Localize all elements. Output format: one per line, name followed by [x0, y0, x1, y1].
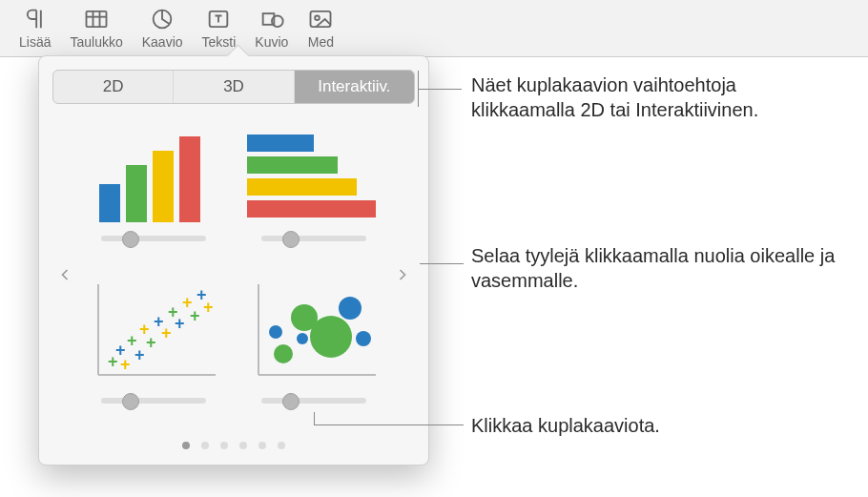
chart-style-grid: ++ ++ ++ ++ ++ ++ ++ +	[52, 117, 415, 432]
segment-interactive[interactable]: Interaktiiv.	[295, 71, 414, 103]
segment-3d[interactable]: 3D	[174, 71, 294, 103]
svg-rect-13	[179, 136, 200, 222]
svg-point-41	[310, 316, 352, 358]
svg-text:+: +	[161, 323, 172, 342]
page-dot[interactable]	[201, 442, 209, 449]
page-dots[interactable]	[52, 442, 415, 449]
style-slider[interactable]	[101, 236, 206, 241]
scatter-chart-icon: ++ ++ ++ ++ ++ ++ ++ +	[87, 280, 220, 384]
table-icon	[83, 6, 110, 32]
media-icon	[307, 6, 334, 32]
next-arrow[interactable]	[392, 256, 413, 294]
svg-text:+: +	[175, 314, 185, 333]
style-slider[interactable]	[261, 398, 366, 404]
page-dot[interactable]	[258, 442, 266, 449]
toolbar-table[interactable]: Taulukko	[60, 4, 132, 54]
toolbar-shape[interactable]: Kuvio	[245, 4, 298, 54]
toolbar-insert-label: Lisää	[19, 34, 51, 50]
toolbar-shape-label: Kuvio	[255, 34, 288, 50]
page-dot[interactable]	[220, 442, 228, 449]
shape-icon	[258, 6, 285, 32]
toolbar-media[interactable]: Med	[298, 4, 343, 54]
page-dot[interactable]	[278, 442, 285, 449]
callout-leader-line	[420, 263, 464, 264]
text-icon	[205, 6, 232, 32]
toolbar-insert[interactable]: Lisää	[10, 4, 60, 54]
svg-text:+: +	[146, 333, 156, 352]
chart-thumb-scatter[interactable]: ++ ++ ++ ++ ++ ++ ++ +	[85, 280, 222, 432]
column-chart-icon	[92, 127, 216, 222]
svg-text:+: +	[120, 355, 131, 374]
chevron-right-icon	[393, 265, 412, 284]
toolbar-chart[interactable]: Kaavio	[133, 4, 193, 54]
pie-icon	[149, 6, 176, 32]
toolbar-chart-label: Kaavio	[142, 34, 183, 50]
svg-rect-14	[247, 135, 314, 152]
paragraph-icon	[22, 6, 49, 32]
chevron-left-icon	[55, 265, 74, 284]
chart-thumb-column[interactable]	[85, 117, 222, 270]
svg-rect-0	[87, 11, 107, 27]
toolbar-text-label: Teksti	[202, 34, 237, 50]
svg-point-43	[356, 331, 371, 346]
callout-text: Klikkaa kuplakaaviota.	[471, 413, 660, 438]
prev-arrow[interactable]	[54, 256, 75, 294]
callout-leader-line	[418, 89, 462, 90]
toolbar-table-label: Taulukko	[70, 34, 122, 50]
callout-leader-line	[314, 412, 315, 425]
bar-chart-icon	[247, 127, 381, 222]
svg-rect-15	[247, 156, 338, 174]
svg-point-37	[274, 344, 293, 363]
svg-text:+: +	[134, 345, 145, 364]
style-slider[interactable]	[261, 236, 366, 241]
svg-point-9	[316, 16, 320, 21]
callout-text: Näet kuplakaavion vaihtoehtoja klikkaama…	[471, 72, 776, 122]
svg-text:+: +	[190, 306, 200, 325]
svg-rect-17	[247, 200, 376, 217]
chart-type-segmented-control[interactable]: 2D 3D Interaktiiv.	[52, 70, 415, 104]
page-dot[interactable]	[182, 442, 190, 449]
svg-point-38	[269, 325, 282, 339]
chart-thumb-bubble[interactable]	[245, 280, 382, 432]
bubble-chart-icon	[247, 280, 381, 384]
svg-point-39	[297, 333, 308, 344]
chart-thumb-bar[interactable]	[245, 117, 382, 270]
callout-leader-line	[315, 425, 464, 425]
page-dot[interactable]	[239, 442, 247, 449]
svg-point-42	[339, 297, 362, 320]
toolbar-media-label: Med	[308, 34, 334, 50]
callout-text: Selaa tyylejä klikkaamalla nuolia oikeal…	[471, 243, 853, 293]
svg-text:+: +	[203, 298, 214, 317]
chart-popover: 2D 3D Interaktiiv.	[38, 55, 429, 466]
svg-rect-8	[311, 11, 331, 27]
svg-rect-10	[99, 184, 120, 222]
segment-2d[interactable]: 2D	[53, 71, 174, 103]
main-toolbar: Lisää Taulukko Kaavio Teksti Kuvio Med	[0, 0, 868, 57]
svg-rect-16	[247, 178, 357, 196]
svg-rect-11	[126, 165, 147, 222]
style-slider[interactable]	[101, 398, 206, 404]
svg-rect-12	[153, 151, 174, 222]
